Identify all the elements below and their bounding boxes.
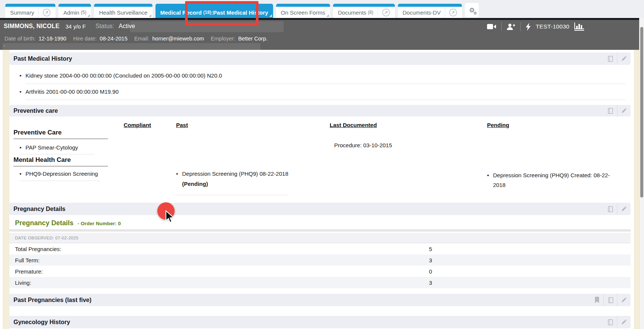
section-title: Past Pregnancies (last five) (13, 297, 91, 304)
external-link-icon (449, 9, 457, 16)
edit-pencil-button[interactable] (617, 105, 631, 117)
tab-medical-record-suffix: :Past Medical History (211, 9, 268, 16)
flowsheet-chart-button[interactable] (574, 22, 584, 31)
tab-summary-label: Summary (10, 9, 34, 16)
hire-date-label: Hire date: (73, 36, 97, 42)
divider (520, 22, 521, 31)
patient-age-sex: 34 y/o F (66, 23, 86, 30)
double-rule (9, 230, 631, 231)
section-past-pregnancies: Past Pregnancies (last five) (9, 294, 631, 306)
status-value: Active (119, 23, 135, 30)
tab-summary[interactable]: Summary (5, 4, 55, 18)
scrollbar-thumb[interactable] (640, 27, 643, 197)
pending-item-text: Depression Screening (PHQ9) Created: 08-… (493, 170, 613, 190)
edit-pencil-button[interactable] (617, 52, 631, 65)
tab-on-screen-forms[interactable]: On Screen Forms (276, 4, 330, 18)
column-header-last-documented[interactable]: Last Documented (330, 122, 377, 128)
summary-open-new-window-button[interactable] (38, 7, 51, 17)
bookmark-button[interactable] (590, 294, 604, 306)
patient-name: SIMMONS, NICOLE (4, 23, 60, 30)
section-past-medical-history: Past Medical History (9, 52, 631, 65)
pregnancy-details-heading: Pregnancy Details - Order Number: 0 (15, 219, 121, 227)
preventive-item: • PHQ9-Depression Screening (19, 170, 98, 177)
dob-label: Date of birth: (4, 36, 36, 42)
vertical-scrollbar[interactable] (639, 18, 644, 329)
order-number-label: - Order Number: 0 (78, 221, 121, 226)
divider (501, 22, 502, 31)
encounters-book-button[interactable] (604, 294, 617, 306)
patient-summary-row: SIMMONS, NICOLE 34 y/o F Status: Active (4, 20, 135, 33)
tab-medical-record-active[interactable]: Medical Record (18) :Past Medical Histor… (155, 4, 273, 18)
section-title: Preventive care (13, 108, 58, 114)
documents-open-new-window-button[interactable] (378, 7, 390, 17)
section-preventive-care: Preventive care (9, 105, 631, 117)
preventive-item-text: PHQ9-Depression Screening (25, 170, 98, 177)
date-observed-text: DATE OBSERVED: 07-02-2025 (15, 236, 78, 240)
tab-documents-dv-label: Documents-DV (403, 9, 441, 16)
external-link-icon (43, 9, 51, 16)
dob-value: 12-18-1990 (39, 36, 66, 42)
tab-settings-button[interactable]: ⚙ ⚙ (465, 3, 479, 17)
pregnancy-row-full-term: Full Term: 3 (9, 254, 631, 266)
status-label: Status: (96, 23, 114, 30)
preventive-item-text: PAP Smear-Cytology (25, 144, 78, 151)
pmh-item-text: Arthritis 2001-00-00 00:00:00 M19.90 (25, 88, 119, 95)
encounters-book-button[interactable] (604, 52, 617, 65)
row-value: 0 (429, 268, 432, 275)
tab-documents-count: (8) (368, 10, 374, 15)
column-header-past[interactable]: Past (176, 122, 188, 128)
column-header-pending[interactable]: Pending (487, 122, 509, 128)
preventive-item: • PAP Smear-Cytology (19, 144, 78, 151)
divider-line (25, 84, 626, 84)
column-header-compliant[interactable]: Compliant (124, 122, 151, 128)
edit-pencil-button[interactable] (617, 294, 631, 306)
right-margin-rail (634, 50, 639, 329)
pregnancy-details-title-text: Pregnancy Details (15, 219, 73, 227)
bullet: • (176, 170, 182, 187)
tab-documents-dv[interactable]: Documents-DV (398, 4, 462, 18)
encounters-book-button[interactable] (604, 316, 617, 328)
video-call-button[interactable] (487, 24, 496, 30)
employer-label: Employer: (211, 36, 235, 42)
patient-demographics-row: Date of birth: 12-18-1990 Hire date: 08-… (4, 34, 267, 43)
section-gynecology-history: Gynecology History (9, 316, 631, 328)
bullet: • (19, 72, 25, 79)
tab-health-surveillance[interactable]: Health Surveillance (94, 4, 152, 18)
row-value: 3 (429, 280, 432, 286)
row-label: Premature: (15, 268, 43, 275)
cell-underline (19, 154, 94, 154)
edit-pencil-button[interactable] (617, 203, 631, 215)
employer-value: Better Corp. (238, 36, 267, 42)
pending-column-item: • Depression Screening (PHQ9) Created: 0… (487, 170, 616, 190)
row-label: Total Pregnancies: (15, 246, 61, 252)
tab-medical-record-count: (18) (203, 10, 211, 15)
add-person-button[interactable] (507, 23, 515, 30)
tab-documents[interactable]: Documents (8) (333, 4, 395, 18)
bullet: • (487, 170, 493, 190)
tab-admin-count: (5) (81, 10, 87, 15)
mouse-cursor (165, 210, 175, 224)
pmh-item: • Arthritis 2001-00-00 00:00:00 M19.90 (19, 88, 119, 95)
tab-on-screen-forms-label: On Screen Forms (281, 9, 325, 16)
gear-small-icon: ⚙ (473, 11, 477, 16)
documents-dv-open-new-window-button[interactable] (445, 7, 457, 17)
cell-underline (176, 195, 288, 195)
left-margin-rail (3, 50, 9, 329)
bullet: • (19, 144, 25, 151)
patient-header: . SIMMONS, NICOLE 34 y/o F Status: Activ… (0, 18, 644, 50)
header-light-panel (130, 21, 284, 32)
hire-date-value: 08-24-2015 (100, 36, 127, 42)
encounters-book-button[interactable] (604, 105, 617, 117)
header-light-panel-2 (3, 43, 260, 50)
quick-actions-bolt-icon[interactable] (526, 23, 531, 31)
email-label: Email: (134, 36, 149, 42)
pregnancy-row-total: Total Pregnancies: 5 (9, 243, 631, 254)
group-heading-mental-health-care: Mental Health Care (13, 156, 108, 166)
pmh-item-text: Kidney stone 2004-00-00 00:00:00 (Conclu… (25, 72, 222, 79)
email-value: horner@mieweb.com (152, 36, 204, 42)
edit-pencil-button[interactable] (617, 316, 631, 328)
tab-admin[interactable]: Admin (5) (58, 4, 91, 18)
patient-header-actions: TEST-10030 (487, 20, 584, 33)
encounters-book-button[interactable] (604, 203, 617, 215)
section-pregnancy-details: Pregnancy Details (9, 203, 631, 215)
